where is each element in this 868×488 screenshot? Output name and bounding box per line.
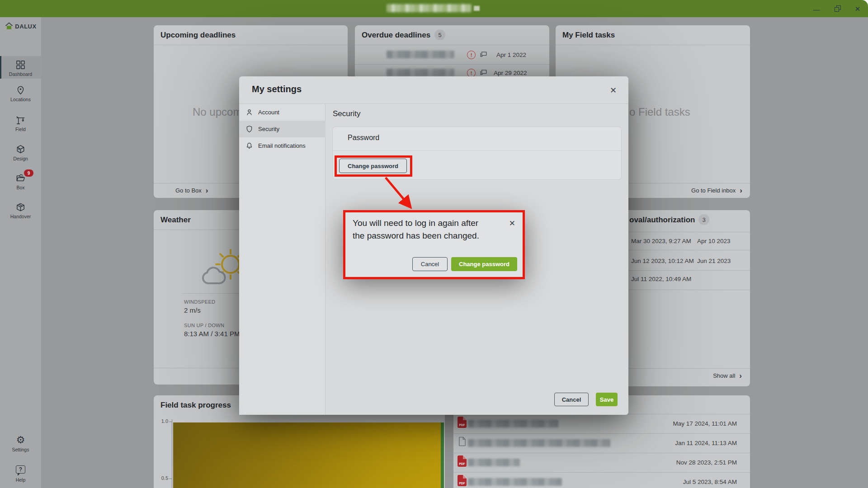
go-to-box-link[interactable]: Go to Box › (175, 187, 208, 194)
submitted-timestamp: Jul 11 2022, 10:49 AM (631, 276, 694, 282)
change-password-button[interactable]: Change password (339, 159, 407, 173)
shield-icon (245, 125, 254, 133)
sun-updown-value: 8:13 AM / 3:41 PM (184, 330, 240, 338)
tab-label: Email notifications (258, 142, 306, 149)
sidebar-item-design[interactable]: Design (0, 144, 41, 161)
restore-button[interactable] (831, 3, 843, 15)
brand-text: DALUX (15, 23, 36, 30)
windspeed-label: WINDSPEED (184, 299, 215, 305)
doc-date: Jan 11 2024, 11:13 AM (675, 440, 737, 446)
pdf-file-icon: PDF (458, 455, 467, 467)
tab-label: Security (258, 126, 279, 132)
redacted-doc-name (468, 420, 558, 427)
pdf-label: PDF (459, 462, 465, 465)
chevron-right-icon: › (740, 188, 742, 193)
divider (556, 45, 750, 45)
sidebar-item-label: Box (16, 185, 24, 190)
pdf-label: PDF (459, 482, 465, 485)
window-titlebar: — ✕ (0, 0, 868, 17)
empty-state-text: o Field tasks (629, 106, 690, 118)
link-label: Go to Field inbox (691, 187, 736, 194)
minimize-button[interactable]: — (811, 3, 822, 15)
y-tick-label-1: 1.0 (158, 418, 168, 424)
dalux-house-icon (5, 22, 14, 31)
submitted-timestamp: Jun 12 2023, 10:12 AM (631, 258, 694, 264)
approval-count-badge: 3 (698, 214, 709, 225)
sidebar-item-locations[interactable]: Locations (0, 85, 41, 102)
map-pin-icon (15, 85, 26, 95)
settings-tab-panel: Account Security Email notifications (239, 104, 326, 415)
redacted-task-name (387, 69, 454, 76)
go-to-field-inbox-link[interactable]: Go to Field inbox › (691, 187, 742, 194)
card-title: Weather (160, 216, 191, 225)
sidebar-item-help[interactable]: ? Help (0, 465, 41, 483)
pdf-file-icon: PDF (458, 417, 467, 428)
tab-account[interactable]: Account (239, 104, 326, 121)
modal-title: My settings (252, 84, 302, 94)
submitted-timestamp: Mar 30 2023, 9:27 AM (631, 238, 691, 244)
pdf-label: PDF (459, 423, 465, 427)
show-all-link[interactable]: Show all › (713, 372, 742, 379)
card-title: Overdue deadlines (362, 31, 430, 40)
overdue-count-badge: 5 (434, 29, 445, 40)
windspeed-value: 2 m/s (184, 306, 201, 314)
modal-cancel-button[interactable]: Cancel (554, 393, 589, 406)
sidebar-item-dashboard[interactable]: Dashboard (0, 56, 41, 79)
dialog-close-button[interactable]: ✕ (509, 219, 515, 228)
close-window-icon: ✕ (855, 5, 861, 13)
alert-glyph: ! (471, 52, 472, 58)
y-axis-line (172, 419, 172, 488)
dialog-change-password-button[interactable]: Change password (451, 257, 517, 271)
tab-security[interactable]: Security (239, 121, 326, 137)
sidebar-item-label: Dashboard (9, 71, 32, 77)
due-date: Jun 21 2023 (697, 258, 731, 264)
app-window: — ✕ DALUX Dashboard Locations (0, 0, 868, 488)
redacted-doc-name (468, 459, 520, 466)
bell-icon (245, 141, 254, 150)
button-label: Change password (459, 261, 509, 267)
sidebar-item-box[interactable]: 9 Box (0, 173, 41, 190)
chart-area-yellow (173, 422, 441, 488)
crane-icon (15, 115, 26, 125)
dashboard-grid-icon (15, 60, 26, 70)
modal-close-button[interactable]: ✕ (610, 85, 617, 95)
button-label: Cancel (421, 261, 439, 267)
tab-email-notifications[interactable]: Email notifications (239, 137, 326, 154)
button-label: Change password (348, 163, 398, 169)
file-icon (458, 436, 467, 447)
link-label: Show all (713, 372, 735, 379)
button-label: Cancel (562, 396, 581, 403)
password-card-title: Password (348, 134, 379, 142)
dialog-cancel-button[interactable]: Cancel (412, 257, 448, 271)
sidebar-item-label: Field (15, 127, 26, 132)
security-section-title: Security (333, 109, 360, 118)
comment-icon (479, 68, 488, 77)
sidebar: DALUX Dashboard Locations Field (0, 17, 41, 488)
close-window-button[interactable]: ✕ (852, 3, 863, 15)
card-title: Upcoming deadlines (160, 31, 236, 40)
alert-glyph: ! (471, 70, 472, 76)
dialog-message: You will need to log in again after the … (353, 217, 479, 242)
card-title: Field task progress (160, 401, 231, 410)
doc-date: May 17 2024, 11:01 AM (673, 420, 737, 427)
doc-date: Jul 5 2023, 8:54 AM (683, 479, 737, 485)
question-glyph: ? (19, 466, 22, 473)
deadline-date: Apr 1 2022 (496, 52, 526, 58)
person-icon (245, 108, 254, 117)
sidebar-item-label: Design (13, 156, 28, 161)
sidebar-item-label: Help (16, 477, 26, 483)
redacted-doc-name (468, 439, 610, 447)
sidebar-item-handover[interactable]: Handover (0, 202, 41, 219)
sidebar-item-settings[interactable]: ⚙ Settings (0, 435, 41, 452)
dialog-message-line2: the password has been changed. (353, 230, 479, 242)
modal-save-button[interactable]: Save (596, 393, 618, 406)
package-icon (15, 202, 26, 212)
comment-icon (479, 50, 488, 59)
dalux-logo: DALUX (0, 22, 41, 31)
box-badge: 9 (24, 169, 33, 177)
redacted-doc-name (468, 478, 562, 486)
redacted-task-name (387, 51, 454, 58)
minimize-icon: — (813, 5, 820, 13)
divider (453, 433, 750, 434)
sidebar-item-field[interactable]: Field (0, 115, 41, 132)
